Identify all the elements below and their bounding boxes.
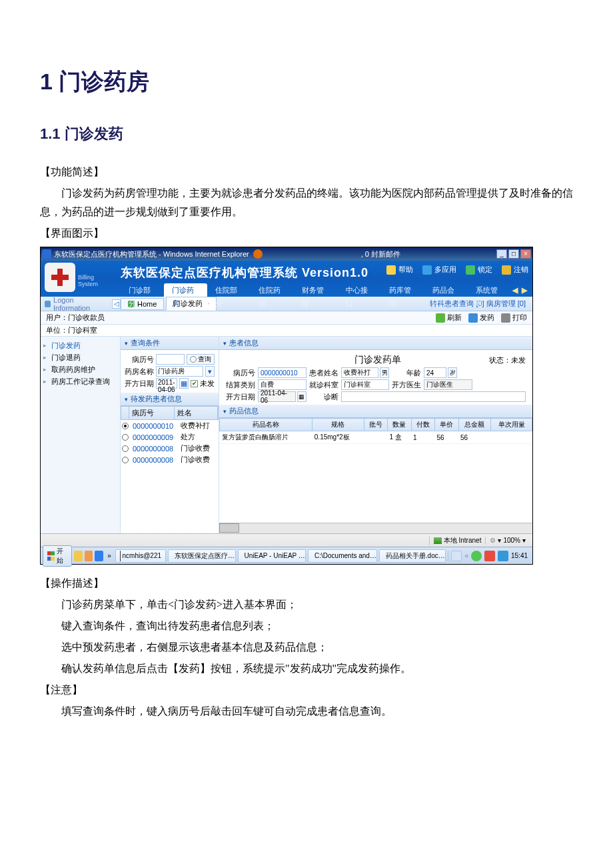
logon-icon bbox=[45, 301, 51, 307]
ie-stop-icon[interactable] bbox=[253, 249, 263, 259]
tree-item-pharmacy-maintain[interactable]: 取药药房维护 bbox=[42, 363, 119, 375]
radio-icon[interactable] bbox=[122, 457, 129, 463]
main-area: 门诊发药 门诊退药 取药药房维护 药房工作记录查询 ▾查询条件 病历号 查询 药… bbox=[41, 337, 532, 533]
collapse-sidebar-button[interactable]: ◁ bbox=[112, 299, 121, 309]
more-apps-action[interactable]: 多应用 bbox=[422, 265, 456, 275]
app-banner: Billing System 东软医保定点医疗机构管理系统 Version1.0… bbox=[41, 261, 532, 297]
window-min-button[interactable]: _ bbox=[496, 249, 507, 259]
menu-outpatient[interactable]: 门诊部分 bbox=[121, 283, 164, 297]
refresh-button[interactable]: 刷新 bbox=[436, 313, 462, 323]
lock-icon bbox=[466, 265, 475, 275]
help-action[interactable]: 帮助 bbox=[386, 265, 413, 275]
dispense-icon bbox=[468, 313, 478, 323]
dispense-form-title: 门诊发药单 bbox=[266, 353, 489, 367]
logout-action[interactable]: 注销 bbox=[502, 265, 528, 275]
sex-dropdown-icon[interactable]: 男 bbox=[380, 367, 389, 378]
zoom-indicator[interactable]: ⚙▾100%▾ bbox=[485, 537, 530, 544]
query-form: 病历号 查询 药房名称 门诊药房 ▾ 开方日期 2011-04-06 ▦ ✔ 未… bbox=[121, 350, 219, 393]
label-pharmacy: 药房名称 bbox=[125, 367, 154, 377]
scrollbar-thumb[interactable] bbox=[219, 523, 239, 533]
windows-taskbar: 开始 » ncmhis@221 东软医保定点医疗… UniEAP - UniEA… bbox=[41, 547, 532, 564]
lbl-age: 年龄 bbox=[392, 368, 421, 378]
tray-icon[interactable] bbox=[484, 551, 495, 561]
lbl-name: 患者姓名 bbox=[309, 368, 338, 378]
age-unit-dropdown-icon[interactable]: 岁 bbox=[448, 367, 457, 378]
patient-info-form: 门诊发药单 状态：未发 病历号 0000000010 患者姓名 收费补打男 年龄… bbox=[219, 350, 532, 405]
val-age: 24 bbox=[424, 367, 446, 378]
current-unit: 单位：门诊科室 bbox=[41, 325, 532, 337]
window-max-button[interactable]: □ bbox=[508, 249, 519, 259]
window-close-button[interactable]: × bbox=[520, 249, 531, 259]
quick-launch-ie-icon[interactable] bbox=[95, 551, 103, 561]
menu-outpatient-pharmacy[interactable]: 门诊药房 bbox=[164, 283, 207, 297]
banner-actions: 帮助 多应用 锁定 注销 bbox=[386, 265, 528, 275]
app-main-title: 东软医保定点医疗机构管理系统 Version1.0 bbox=[121, 265, 368, 281]
search-icon bbox=[190, 356, 197, 363]
menu-drug-store[interactable]: 药库管理 bbox=[381, 283, 424, 297]
menu-left-icon[interactable]: ◀ bbox=[511, 286, 519, 295]
list-item[interactable]: 0000000008门诊收费 bbox=[121, 443, 219, 454]
col-total: 总金额 bbox=[458, 419, 491, 431]
taskbar-item[interactable]: ncmhis@221 bbox=[115, 549, 166, 563]
heading-func-intro: 【功能简述】 bbox=[40, 163, 573, 181]
tree-item-dispense[interactable]: 门诊发药 bbox=[42, 339, 119, 351]
lock-action[interactable]: 锁定 bbox=[466, 265, 492, 275]
val-doctor: 门诊医生 bbox=[424, 379, 472, 390]
pharmacy-dropdown-icon[interactable]: ▾ bbox=[205, 366, 215, 377]
menu-drug-account[interactable]: 药品会计 bbox=[424, 283, 468, 297]
radio-icon[interactable] bbox=[122, 423, 129, 429]
heading-op-desc: 【操作描述】 bbox=[40, 574, 573, 593]
refresh-icon bbox=[436, 313, 445, 323]
taskbar-item[interactable]: 药品相关手册.doc… bbox=[379, 549, 446, 563]
tree-item-worklog[interactable]: 药房工作记录查询 bbox=[42, 375, 119, 387]
menu-inpatient-pharmacy[interactable]: 住院药房 bbox=[251, 283, 294, 297]
list-item[interactable]: 0000000010收费补打 bbox=[121, 420, 219, 431]
date-picker-icon[interactable]: ▦ bbox=[179, 378, 189, 389]
input-pharmacy[interactable]: 门诊药房 bbox=[156, 366, 203, 377]
dispense-status: 状态：未发 bbox=[489, 355, 526, 365]
taskbar-item[interactable]: 东软医保定点医疗… bbox=[168, 549, 235, 563]
start-button[interactable]: 开始 bbox=[43, 545, 72, 567]
tray-icon[interactable] bbox=[498, 551, 508, 561]
tray-icon[interactable] bbox=[471, 551, 482, 561]
print-icon bbox=[501, 313, 510, 323]
rxdate-picker-icon[interactable]: ▦ bbox=[297, 391, 306, 402]
quick-launch-icon[interactable] bbox=[85, 551, 93, 561]
tree-item-return[interactable]: 门诊退药 bbox=[42, 351, 119, 363]
radio-icon[interactable] bbox=[122, 434, 129, 441]
taskbar-item[interactable]: C:\Documents and… bbox=[308, 549, 377, 563]
h-scrollbar[interactable] bbox=[219, 523, 532, 533]
section-title: 1.1 门诊发药 bbox=[40, 124, 573, 144]
menu-center[interactable]: 中心接口 bbox=[338, 283, 381, 297]
security-zone: 本地 Intranet bbox=[429, 536, 486, 545]
query-button[interactable]: 查询 bbox=[187, 354, 215, 365]
tray-icon[interactable] bbox=[451, 551, 462, 561]
radio-icon[interactable] bbox=[122, 445, 129, 452]
list-item[interactable]: 0000000008门诊收费 bbox=[121, 454, 219, 465]
label-mrn: 病历号 bbox=[125, 355, 154, 365]
app-screenshot: 东软医保定点医疗机构管理系统 - Windows Internet Explor… bbox=[40, 247, 533, 565]
input-mrn[interactable] bbox=[156, 354, 185, 365]
col-price: 单价 bbox=[435, 419, 458, 431]
menu-system[interactable]: 系统管理 bbox=[468, 283, 511, 297]
table-row[interactable]: 复方菠萝蛋白酶肠溶片 0.15mg*2板 1 盒 1 56 56 bbox=[220, 431, 532, 444]
list-item[interactable]: 0000000009处方 bbox=[121, 431, 219, 443]
menu-finance[interactable]: 财务管理 bbox=[294, 283, 337, 297]
taskbar-item[interactable]: UniEAP - UniEAP … bbox=[238, 549, 306, 563]
op-step-1: 门诊药房菜单下，单击<门诊发药>进入基本界面； bbox=[40, 595, 573, 614]
quick-launch-icon[interactable] bbox=[74, 551, 83, 561]
menu-right-icon[interactable]: ▶ bbox=[520, 286, 528, 295]
zone-icon bbox=[434, 537, 442, 544]
menu-inpatient[interactable]: 住院部分 bbox=[207, 283, 251, 297]
not-dispensed-checkbox[interactable]: ✔ bbox=[191, 380, 198, 387]
op-step-2: 键入查询条件，查询出待发药患者信息列表； bbox=[40, 617, 573, 635]
patient-list: 0000000010收费补打 0000000009处方 0000000008门诊… bbox=[121, 420, 219, 465]
tab-home[interactable]: Home bbox=[121, 298, 164, 310]
detail-column: ▾患者信息 门诊发药单 状态：未发 病历号 0000000010 患者姓名 收费… bbox=[219, 337, 532, 533]
col-batch: 批号 bbox=[364, 419, 387, 431]
dispense-button[interactable]: 发药 bbox=[468, 313, 494, 323]
input-date[interactable]: 2011-04-06 bbox=[156, 378, 177, 389]
print-button[interactable]: 打印 bbox=[501, 313, 527, 323]
val-diag[interactable] bbox=[341, 391, 526, 402]
app-logo bbox=[45, 263, 75, 292]
